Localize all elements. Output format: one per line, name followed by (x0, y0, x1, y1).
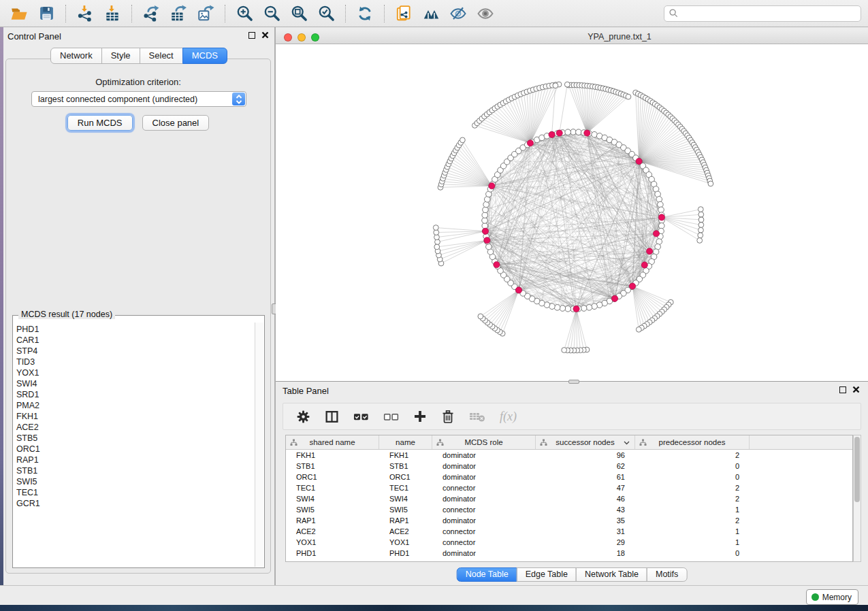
table-row-ACE2[interactable]: ACE2ACE2connector311 (286, 526, 852, 537)
mcds-result-item[interactable]: STB1 (16, 465, 255, 476)
cell[interactable]: 1 (635, 526, 750, 537)
cell[interactable]: connector (432, 526, 536, 537)
zoom-in-icon[interactable] (234, 3, 255, 24)
mcds-result-item[interactable]: ACE2 (16, 422, 255, 433)
cell[interactable]: connector (432, 537, 536, 548)
memory-button[interactable]: Memory (806, 589, 858, 605)
mcds-result-item[interactable]: YOX1 (16, 367, 255, 378)
tab-edge-table[interactable]: Edge Table (517, 567, 577, 582)
close-panel-icon[interactable] (261, 31, 269, 39)
float-panel-icon[interactable] (248, 32, 255, 39)
cell[interactable]: dominator (432, 548, 536, 559)
mcds-result-item[interactable]: SWI4 (16, 378, 255, 389)
zoom-fit-icon[interactable] (289, 3, 309, 24)
cell[interactable]: 1 (635, 537, 750, 548)
column-header-shared-name[interactable]: shared name (286, 435, 379, 449)
table-row-SWI5[interactable]: SWI5SWI5connector431 (286, 504, 852, 515)
network-window-titlebar[interactable]: YPA_prune.txt_1 (276, 30, 868, 44)
cell[interactable]: STB1 (286, 461, 379, 472)
cell[interactable]: ORC1 (379, 472, 432, 482)
table-row-STB1[interactable]: STB1STB1dominator620 (286, 461, 852, 472)
network-canvas[interactable] (276, 44, 868, 380)
close-panel-button[interactable]: Close panel (142, 115, 210, 131)
cell[interactable]: 35 (536, 515, 635, 526)
cell[interactable]: SWI5 (379, 504, 432, 515)
cell[interactable]: 2 (635, 493, 750, 504)
minimize-window-traffic-light[interactable] (298, 33, 306, 42)
table-scrollbar-thumb[interactable] (854, 437, 860, 502)
cell[interactable]: RAP1 (379, 515, 432, 526)
cell[interactable]: connector (432, 504, 536, 515)
search-input[interactable] (679, 7, 861, 20)
cell[interactable]: SWI4 (379, 493, 432, 504)
cell[interactable]: 47 (536, 482, 635, 493)
share-document-icon[interactable] (393, 3, 414, 24)
cell[interactable]: dominator (432, 515, 536, 526)
cell[interactable]: dominator (432, 472, 536, 482)
export-image-icon[interactable] (195, 3, 216, 24)
table-row-FKH1[interactable]: FKH1FKH1dominator962 (286, 450, 852, 461)
cell[interactable]: 0 (635, 461, 750, 472)
open-file-icon[interactable] (9, 3, 29, 24)
cell[interactable]: 46 (536, 493, 635, 504)
tab-network-table[interactable]: Network Table (576, 567, 647, 582)
mcds-result-item[interactable]: PMA2 (16, 400, 255, 411)
table-row-YOX1[interactable]: YOX1YOX1connector291 (286, 537, 852, 548)
cell[interactable]: STB1 (379, 461, 432, 472)
run-mcds-button[interactable]: Run MCDS (67, 115, 133, 131)
tab-node-table[interactable]: Node Table (457, 567, 517, 582)
cell[interactable]: 31 (536, 526, 635, 537)
cell[interactable]: 1 (635, 504, 750, 515)
cell[interactable]: dominator (432, 450, 536, 461)
cell[interactable]: 62 (536, 461, 635, 472)
cell[interactable]: FKH1 (286, 450, 379, 461)
table-row-ORC1[interactable]: ORC1ORC1dominator610 (286, 472, 852, 482)
network-graph[interactable] (276, 44, 868, 380)
cell[interactable]: 43 (536, 504, 635, 515)
add-column-icon[interactable] (413, 410, 427, 423)
mcds-result-item[interactable]: GCR1 (16, 498, 255, 509)
table-settings-gear-icon[interactable] (296, 410, 310, 424)
mcds-result-item[interactable]: ORC1 (16, 444, 255, 455)
mcds-result-item[interactable]: PHD1 (16, 324, 255, 335)
hide-graphics-eye-slash-icon[interactable] (448, 3, 468, 24)
cell[interactable]: YOX1 (286, 537, 379, 548)
mcds-result-item[interactable]: STP4 (16, 346, 255, 357)
cell[interactable]: ACE2 (286, 526, 379, 537)
deselect-all-rows-icon[interactable] (383, 411, 399, 423)
import-table-icon[interactable] (102, 3, 123, 24)
maximize-window-traffic-light[interactable] (311, 33, 319, 42)
mcds-result-item[interactable]: FKH1 (16, 411, 255, 422)
cell[interactable]: PHD1 (286, 548, 379, 559)
table-row-RAP1[interactable]: RAP1RAP1dominator352 (286, 515, 852, 526)
zoom-out-icon[interactable] (261, 3, 282, 24)
mcds-result-item[interactable]: SRD1 (16, 389, 255, 400)
column-header-successor-nodes[interactable]: successor nodes (536, 435, 635, 449)
cell[interactable]: TEC1 (379, 482, 432, 493)
close-table-panel-icon[interactable] (852, 386, 860, 393)
save-session-icon[interactable] (36, 3, 57, 24)
show-graphics-eye-icon[interactable] (475, 3, 496, 24)
table-row-TEC1[interactable]: TEC1TEC1connector472 (286, 482, 852, 493)
cell[interactable]: 2 (635, 482, 750, 493)
close-window-traffic-light[interactable] (284, 33, 292, 42)
column-header-predecessor-nodes[interactable]: predecessor nodes (635, 435, 750, 449)
cell[interactable]: 61 (536, 472, 635, 482)
tab-network[interactable]: Network (50, 48, 102, 64)
export-network-icon[interactable] (141, 3, 161, 24)
import-network-icon[interactable] (75, 3, 95, 24)
table-row-PHD1[interactable]: PHD1PHD1dominator180 (286, 548, 852, 559)
show-columns-icon[interactable] (325, 410, 339, 424)
float-table-panel-icon[interactable] (839, 386, 846, 393)
mcds-list-scrollbar[interactable] (255, 323, 263, 567)
tab-select[interactable]: Select (140, 48, 183, 64)
cell[interactable]: 0 (635, 472, 750, 482)
cell[interactable]: 18 (536, 548, 635, 559)
cell[interactable]: YOX1 (379, 537, 432, 548)
cell[interactable]: 2 (635, 450, 750, 461)
cell[interactable]: TEC1 (286, 482, 379, 493)
mcds-result-item[interactable]: RAP1 (16, 455, 255, 465)
cell[interactable]: ACE2 (379, 526, 432, 537)
cell[interactable]: 96 (536, 450, 635, 461)
tab-style[interactable]: Style (101, 48, 140, 64)
